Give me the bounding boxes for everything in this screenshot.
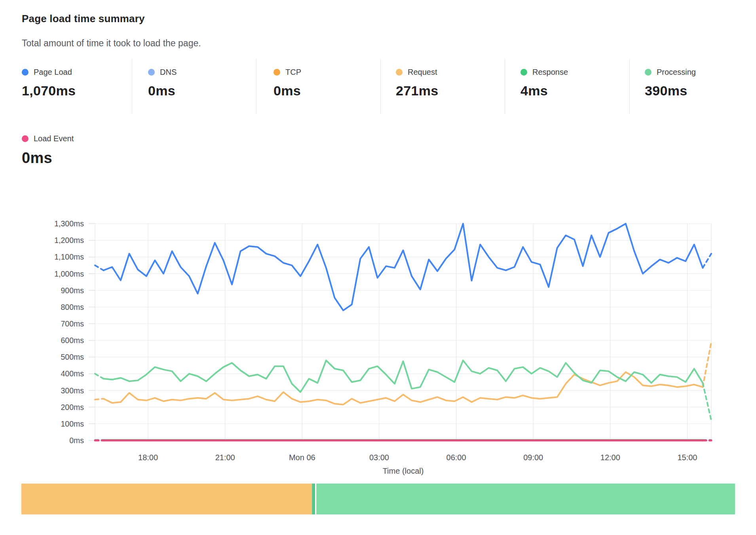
status-segment [21, 484, 312, 514]
divider [256, 59, 256, 114]
divider [629, 59, 630, 114]
metric-label: Processing [657, 68, 696, 77]
y-tick-label: 900ms [61, 286, 84, 295]
metric-tcp: TCP 0ms [274, 67, 376, 99]
metric-value: 390ms [645, 83, 748, 99]
uptime-status-bar[interactable] [21, 484, 735, 514]
divider [132, 59, 132, 114]
x-tick-label: 06:00 [446, 453, 466, 462]
status-segment [312, 484, 315, 514]
metric-page-load: Page Load 1,070ms [22, 67, 125, 99]
y-tick-label: 1,000ms [54, 269, 84, 278]
metric-value: 0ms [148, 83, 251, 99]
processing-dot-icon [645, 69, 652, 76]
x-tick-label: 21:00 [215, 453, 235, 462]
metric-value: 0ms [274, 83, 376, 99]
metric-label: Request [408, 68, 437, 77]
y-tick-label: 800ms [61, 303, 84, 311]
metric-value: 4ms [520, 83, 623, 99]
y-tick-label: 1,300ms [54, 219, 84, 228]
x-tick-label: 09:00 [523, 453, 543, 462]
response-dot-icon [520, 69, 527, 76]
status-segment [315, 484, 316, 514]
x-tick-label: 03:00 [369, 453, 389, 462]
y-tick-label: 1,100ms [54, 252, 84, 261]
metric-value: 0ms [22, 150, 125, 167]
divider [505, 59, 505, 114]
y-tick-label: 400ms [61, 369, 84, 378]
load-event-dot-icon [22, 135, 28, 142]
y-tick-label: 500ms [61, 353, 84, 361]
page-load-dot-icon [22, 69, 28, 76]
x-tick-label: 18:00 [138, 453, 158, 462]
y-tick-label: 600ms [61, 336, 84, 345]
chart-plot-area[interactable] [95, 224, 711, 440]
metric-label: DNS [160, 68, 177, 77]
y-axis-labels: 0ms100ms200ms300ms400ms500ms600ms700ms80… [54, 219, 84, 445]
divider [380, 59, 381, 114]
dns-dot-icon [148, 69, 155, 76]
x-axis-labels: 18:0021:00Mon 0603:0006:0009:0012:0015:0… [138, 453, 697, 475]
y-tick-label: 1,200ms [54, 236, 84, 245]
tcp-dot-icon [274, 69, 280, 76]
y-tick-label: 200ms [61, 403, 84, 412]
metric-response: Response 4ms [520, 67, 623, 99]
page-title: Page load time summary [22, 13, 145, 25]
y-tick-label: 0ms [69, 436, 84, 445]
x-tick-label: 12:00 [600, 453, 620, 462]
metric-load-event: Load Event 0ms [22, 134, 125, 167]
status-segment [316, 484, 735, 514]
metric-processing: Processing 390ms [645, 67, 748, 99]
x-tick-label: Mon 06 [289, 453, 315, 462]
metric-dns: DNS 0ms [148, 67, 251, 99]
page-load-report: { "header": { "title": "Page load time s… [0, 0, 756, 535]
x-tick-label: 15:00 [677, 453, 697, 462]
page-subtitle: Total amount of time it took to load the… [22, 38, 201, 49]
metric-label: Page Load [34, 68, 72, 77]
metric-label: Response [532, 68, 568, 77]
request-dot-icon [396, 69, 403, 76]
metric-label: Load Event [34, 134, 74, 143]
x-axis-title: Time (local) [383, 467, 424, 475]
metric-label: TCP [285, 68, 301, 77]
metric-value: 1,070ms [22, 83, 125, 99]
metric-request: Request 271ms [396, 67, 499, 99]
y-tick-label: 700ms [61, 319, 84, 328]
y-tick-label: 300ms [61, 386, 84, 395]
y-tick-label: 100ms [61, 419, 84, 428]
metric-value: 271ms [396, 83, 499, 99]
